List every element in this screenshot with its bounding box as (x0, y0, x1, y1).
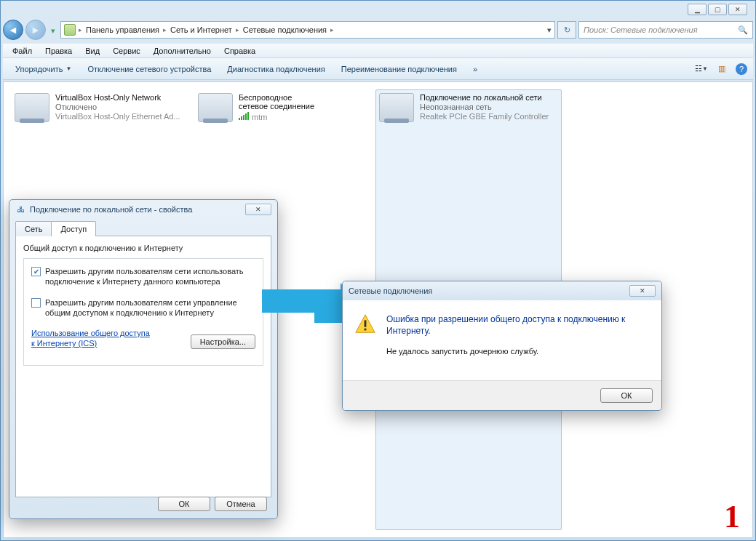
search-placeholder: Поиск: Сетевые подключения (584, 25, 698, 34)
properties-dialog: 🖧 Подключение по локальной сети - свойст… (9, 199, 278, 519)
ok-button[interactable]: ОК (158, 497, 210, 511)
error-message-secondary: Не удалось запустить дочернюю службу. (386, 347, 650, 356)
breadcrumb-item[interactable]: Панель управления (82, 25, 163, 34)
dialog-titlebar[interactable]: 🖧 Подключение по локальной сети - свойст… (9, 200, 277, 219)
menu-item-help[interactable]: Справка (218, 45, 262, 57)
breadcrumb-separator: ▸ (330, 26, 334, 33)
network-adapter-icon (198, 93, 233, 122)
network-folder-icon (64, 24, 76, 36)
help-icon[interactable]: ? (736, 63, 747, 75)
search-icon: 🔍 (738, 25, 748, 35)
preview-pane-icon[interactable]: ▥ (715, 63, 728, 76)
refresh-button[interactable]: ↻ (557, 21, 576, 39)
dialog-close-button[interactable]: ✕ (629, 285, 656, 297)
checkbox-label: Разрешить другим пользователям сети упра… (45, 297, 255, 318)
svg-rect-1 (365, 320, 367, 326)
ok-button[interactable]: ОК (600, 388, 653, 403)
menu-item-edit[interactable]: Правка (39, 45, 79, 57)
annotation-number: 1 (724, 498, 740, 535)
menu-bar: Файл Правка Вид Сервис Дополнительно Спр… (3, 44, 753, 58)
menu-item-view[interactable]: Вид (79, 45, 106, 57)
dialog-close-button[interactable]: ✕ (245, 204, 271, 215)
cancel-button[interactable]: Отмена (215, 497, 267, 511)
minimize-button[interactable]: ▁ (688, 4, 707, 15)
menu-item-service[interactable]: Сервис (106, 45, 147, 57)
dialog-title: Подключение по локальной сети - свойства (30, 205, 192, 214)
ics-help-link[interactable]: Использование общего доступа к Интернету… (31, 328, 155, 349)
dialog-title: Сетевые подключения (349, 286, 432, 295)
breadcrumb-item[interactable]: Сетевые подключения (239, 25, 330, 34)
menu-item-advanced[interactable]: Дополнительно (147, 45, 218, 57)
search-input[interactable]: Поиск: Сетевые подключения 🔍 (578, 21, 753, 39)
nav-history-dropdown[interactable]: ▾ (48, 20, 58, 41)
close-button[interactable]: ✕ (728, 4, 747, 15)
checkbox-label: Разрешить другим пользователям сети испо… (45, 266, 255, 287)
dialog-titlebar[interactable]: Сетевые подключения ✕ (343, 281, 661, 300)
toolbar-diagnose[interactable]: Диагностика подключения (220, 62, 331, 76)
tab-content: Общий доступ к подключению к Интернету Р… (15, 236, 271, 497)
error-message-primary: Ошибка при разрешении общего доступа к п… (386, 313, 650, 337)
nav-back-button[interactable]: ◄ (3, 20, 23, 40)
toolbar-disable-device[interactable]: Отключение сетевого устройства (81, 62, 218, 76)
maximize-button[interactable]: ▢ (708, 4, 727, 15)
network-adapter-icon (379, 93, 414, 122)
toolbar-organize[interactable]: Упорядочить▼ (9, 62, 78, 76)
tab-network[interactable]: Сеть (15, 221, 52, 236)
toolbar: Упорядочить▼ Отключение сетевого устройс… (3, 58, 753, 80)
connection-name: VirtualBox Host-Only Network (55, 93, 180, 102)
connection-name: Беспроводное сетевое соединение (239, 93, 318, 111)
connection-status: Неопознанная сеть (420, 103, 549, 111)
tab-sharing[interactable]: Доступ (51, 221, 96, 236)
view-options-icon[interactable]: ☷ ▼ (695, 63, 708, 76)
network-icon: 🖧 (15, 204, 25, 215)
warning-icon (354, 313, 376, 335)
menu-item-file[interactable]: Файл (6, 45, 39, 57)
toolbar-overflow[interactable]: » (466, 62, 484, 76)
checkbox-allow-control[interactable] (31, 298, 41, 308)
connection-device: VirtualBox Host-Only Ethernet Ad... (55, 112, 180, 121)
connection-name: Подключение по локальной сети (420, 93, 549, 102)
toolbar-rename[interactable]: Переименование подключения (335, 62, 463, 76)
group-label: Общий доступ к подключению к Интернету (23, 244, 263, 252)
network-adapter-icon (15, 93, 49, 122)
breadcrumb-item[interactable]: Сеть и Интернет (167, 25, 236, 34)
sharing-groupbox: Разрешить другим пользователям сети испо… (23, 258, 263, 366)
annotation-arrow-icon (262, 289, 342, 313)
svg-rect-2 (365, 329, 367, 331)
error-dialog: Сетевые подключения ✕ Ошибка при разреше… (342, 281, 662, 411)
signal-bars-icon (239, 111, 249, 120)
connection-device: mtm (239, 111, 318, 121)
settings-button[interactable]: Настройка... (191, 334, 255, 349)
connection-status: Отключено (55, 103, 180, 111)
address-bar[interactable]: ▸ Панель управления ▸ Сеть и Интернет ▸ … (60, 21, 555, 39)
nav-forward-button[interactable]: ► (25, 20, 46, 40)
checkbox-allow-share[interactable] (31, 267, 41, 276)
connection-device: Realtek PCIe GBE Family Controller (420, 112, 549, 121)
address-dropdown-icon[interactable]: ▾ (547, 25, 552, 35)
